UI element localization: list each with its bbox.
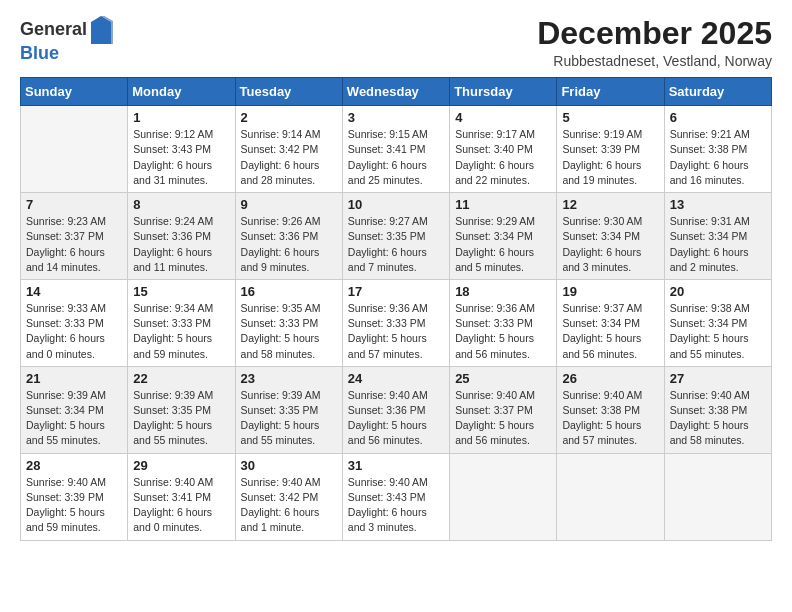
page: General Blue December 2025 Rubbestadnese… [0,0,792,612]
calendar-cell: 18Sunrise: 9:36 AMSunset: 3:33 PMDayligh… [450,279,557,366]
day-info: Sunrise: 9:15 AMSunset: 3:41 PMDaylight:… [348,127,444,188]
calendar-cell: 31Sunrise: 9:40 AMSunset: 3:43 PMDayligh… [342,453,449,540]
calendar-cell: 28Sunrise: 9:40 AMSunset: 3:39 PMDayligh… [21,453,128,540]
day-number: 24 [348,371,444,386]
calendar-cell [557,453,664,540]
calendar-title: December 2025 [537,16,772,51]
calendar-cell: 5Sunrise: 9:19 AMSunset: 3:39 PMDaylight… [557,106,664,193]
day-info: Sunrise: 9:33 AMSunset: 3:33 PMDaylight:… [26,301,122,362]
day-number: 12 [562,197,658,212]
day-number: 16 [241,284,337,299]
logo: General Blue [20,16,113,64]
day-info: Sunrise: 9:40 AMSunset: 3:37 PMDaylight:… [455,388,551,449]
calendar-cell: 9Sunrise: 9:26 AMSunset: 3:36 PMDaylight… [235,193,342,280]
svg-marker-0 [91,16,111,44]
calendar-cell: 20Sunrise: 9:38 AMSunset: 3:34 PMDayligh… [664,279,771,366]
day-info: Sunrise: 9:21 AMSunset: 3:38 PMDaylight:… [670,127,766,188]
day-info: Sunrise: 9:39 AMSunset: 3:35 PMDaylight:… [241,388,337,449]
day-info: Sunrise: 9:19 AMSunset: 3:39 PMDaylight:… [562,127,658,188]
day-info: Sunrise: 9:24 AMSunset: 3:36 PMDaylight:… [133,214,229,275]
day-of-week-tuesday: Tuesday [235,78,342,106]
day-number: 7 [26,197,122,212]
day-number: 25 [455,371,551,386]
calendar-cell: 10Sunrise: 9:27 AMSunset: 3:35 PMDayligh… [342,193,449,280]
calendar-cell: 19Sunrise: 9:37 AMSunset: 3:34 PMDayligh… [557,279,664,366]
calendar-cell: 26Sunrise: 9:40 AMSunset: 3:38 PMDayligh… [557,366,664,453]
day-info: Sunrise: 9:40 AMSunset: 3:39 PMDaylight:… [26,475,122,536]
header: General Blue December 2025 Rubbestadnese… [20,16,772,69]
calendar-cell: 27Sunrise: 9:40 AMSunset: 3:38 PMDayligh… [664,366,771,453]
day-of-week-sunday: Sunday [21,78,128,106]
calendar-cell: 14Sunrise: 9:33 AMSunset: 3:33 PMDayligh… [21,279,128,366]
calendar-cell: 25Sunrise: 9:40 AMSunset: 3:37 PMDayligh… [450,366,557,453]
day-number: 26 [562,371,658,386]
calendar-subtitle: Rubbestadneset, Vestland, Norway [537,53,772,69]
calendar-cell [21,106,128,193]
day-of-week-friday: Friday [557,78,664,106]
day-info: Sunrise: 9:29 AMSunset: 3:34 PMDaylight:… [455,214,551,275]
day-info: Sunrise: 9:36 AMSunset: 3:33 PMDaylight:… [348,301,444,362]
day-number: 31 [348,458,444,473]
day-info: Sunrise: 9:37 AMSunset: 3:34 PMDaylight:… [562,301,658,362]
day-number: 5 [562,110,658,125]
day-number: 19 [562,284,658,299]
day-number: 11 [455,197,551,212]
calendar-cell: 8Sunrise: 9:24 AMSunset: 3:36 PMDaylight… [128,193,235,280]
calendar-week-row: 1Sunrise: 9:12 AMSunset: 3:43 PMDaylight… [21,106,772,193]
day-info: Sunrise: 9:40 AMSunset: 3:42 PMDaylight:… [241,475,337,536]
day-info: Sunrise: 9:40 AMSunset: 3:38 PMDaylight:… [562,388,658,449]
day-of-week-saturday: Saturday [664,78,771,106]
calendar-table: SundayMondayTuesdayWednesdayThursdayFrid… [20,77,772,540]
day-info: Sunrise: 9:30 AMSunset: 3:34 PMDaylight:… [562,214,658,275]
day-number: 13 [670,197,766,212]
day-info: Sunrise: 9:40 AMSunset: 3:43 PMDaylight:… [348,475,444,536]
day-number: 10 [348,197,444,212]
calendar-week-row: 28Sunrise: 9:40 AMSunset: 3:39 PMDayligh… [21,453,772,540]
day-info: Sunrise: 9:40 AMSunset: 3:38 PMDaylight:… [670,388,766,449]
calendar-cell: 23Sunrise: 9:39 AMSunset: 3:35 PMDayligh… [235,366,342,453]
day-number: 8 [133,197,229,212]
day-info: Sunrise: 9:36 AMSunset: 3:33 PMDaylight:… [455,301,551,362]
calendar-cell: 12Sunrise: 9:30 AMSunset: 3:34 PMDayligh… [557,193,664,280]
day-number: 20 [670,284,766,299]
day-of-week-wednesday: Wednesday [342,78,449,106]
day-info: Sunrise: 9:39 AMSunset: 3:35 PMDaylight:… [133,388,229,449]
day-info: Sunrise: 9:12 AMSunset: 3:43 PMDaylight:… [133,127,229,188]
calendar-week-row: 7Sunrise: 9:23 AMSunset: 3:37 PMDaylight… [21,193,772,280]
day-info: Sunrise: 9:34 AMSunset: 3:33 PMDaylight:… [133,301,229,362]
day-number: 21 [26,371,122,386]
title-section: December 2025 Rubbestadneset, Vestland, … [537,16,772,69]
calendar-cell: 17Sunrise: 9:36 AMSunset: 3:33 PMDayligh… [342,279,449,366]
calendar-cell: 11Sunrise: 9:29 AMSunset: 3:34 PMDayligh… [450,193,557,280]
day-number: 29 [133,458,229,473]
calendar-cell: 6Sunrise: 9:21 AMSunset: 3:38 PMDaylight… [664,106,771,193]
day-number: 18 [455,284,551,299]
calendar-week-row: 21Sunrise: 9:39 AMSunset: 3:34 PMDayligh… [21,366,772,453]
day-info: Sunrise: 9:35 AMSunset: 3:33 PMDaylight:… [241,301,337,362]
logo-general: General [20,20,87,40]
calendar-cell: 3Sunrise: 9:15 AMSunset: 3:41 PMDaylight… [342,106,449,193]
day-number: 27 [670,371,766,386]
day-number: 1 [133,110,229,125]
calendar-week-row: 14Sunrise: 9:33 AMSunset: 3:33 PMDayligh… [21,279,772,366]
day-number: 3 [348,110,444,125]
day-number: 22 [133,371,229,386]
calendar-cell: 30Sunrise: 9:40 AMSunset: 3:42 PMDayligh… [235,453,342,540]
calendar-cell: 4Sunrise: 9:17 AMSunset: 3:40 PMDaylight… [450,106,557,193]
day-info: Sunrise: 9:17 AMSunset: 3:40 PMDaylight:… [455,127,551,188]
day-info: Sunrise: 9:39 AMSunset: 3:34 PMDaylight:… [26,388,122,449]
calendar-cell: 1Sunrise: 9:12 AMSunset: 3:43 PMDaylight… [128,106,235,193]
calendar-cell: 24Sunrise: 9:40 AMSunset: 3:36 PMDayligh… [342,366,449,453]
day-info: Sunrise: 9:40 AMSunset: 3:36 PMDaylight:… [348,388,444,449]
calendar-cell: 22Sunrise: 9:39 AMSunset: 3:35 PMDayligh… [128,366,235,453]
day-number: 17 [348,284,444,299]
day-number: 23 [241,371,337,386]
calendar-cell [450,453,557,540]
day-info: Sunrise: 9:31 AMSunset: 3:34 PMDaylight:… [670,214,766,275]
calendar-cell: 21Sunrise: 9:39 AMSunset: 3:34 PMDayligh… [21,366,128,453]
day-number: 28 [26,458,122,473]
day-number: 6 [670,110,766,125]
day-number: 30 [241,458,337,473]
day-number: 2 [241,110,337,125]
calendar-header-row: SundayMondayTuesdayWednesdayThursdayFrid… [21,78,772,106]
